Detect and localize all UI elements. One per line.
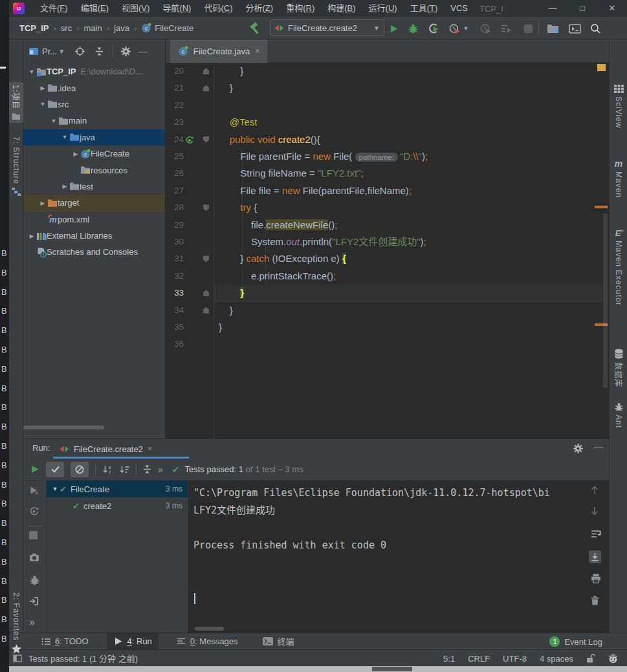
code-line-30[interactable]: 30 System.out.println("LFY2文件创建成功"); <box>166 233 609 250</box>
collapse-all-button[interactable] <box>143 465 151 473</box>
menu-item[interactable]: 导航(N) <box>156 0 197 17</box>
close-tab-icon[interactable]: × <box>255 47 259 56</box>
run-test-gutter-icon[interactable] <box>185 136 193 144</box>
line-number[interactable]: 34 <box>166 302 184 319</box>
tool-window-button-terminal[interactable]: 终端 <box>256 633 301 650</box>
menu-item[interactable]: 工具(T) <box>404 0 445 17</box>
tree-item-filecreate[interactable]: ▶cFileCreate <box>23 146 165 162</box>
test-row-create2[interactable]: ✔create23 ms <box>47 497 188 514</box>
gear-icon[interactable] <box>121 47 131 56</box>
tree-item-src[interactable]: ▼src <box>23 96 165 113</box>
breadcrumb-item[interactable]: FileCreate <box>155 23 193 33</box>
chevron-expanded-icon[interactable]: ▼ <box>27 69 36 75</box>
sort-by-duration-button[interactable] <box>119 465 129 474</box>
tool-window-button-sciview-grid[interactable]: SciView <box>610 85 627 128</box>
menu-item[interactable]: 重构(R) <box>280 0 321 17</box>
gear-icon[interactable] <box>573 444 583 453</box>
line-number[interactable]: 32 <box>166 268 184 285</box>
code-line-23[interactable]: 23 @Test <box>166 114 609 131</box>
rerun-button[interactable] <box>30 464 39 474</box>
menu-item[interactable]: 分析(Z) <box>239 0 280 17</box>
search-everywhere-icon[interactable] <box>588 21 603 36</box>
caret-position[interactable]: 5:1 <box>443 654 455 664</box>
fold-marker-icon[interactable] <box>203 68 209 74</box>
down-button[interactable] <box>591 506 599 515</box>
code-line-25[interactable]: 25 File parentFile = new File( pathname:… <box>166 148 609 165</box>
run-console[interactable]: "C:\Program Files\Eclipse Foundation\jdk… <box>188 481 586 633</box>
chevron-expanded-icon[interactable]: ▼ <box>60 134 69 140</box>
menu-item[interactable]: 运行(U) <box>362 0 404 17</box>
indent-size[interactable]: 4 spaces <box>540 654 573 664</box>
line-number[interactable]: 33 <box>166 285 184 301</box>
project-view-selector[interactable]: Pr... ▼ <box>28 47 65 56</box>
tree-item-java[interactable]: ▼java <box>23 129 165 146</box>
tool-window-button-favorites[interactable]: 2: Favorites <box>9 592 23 654</box>
breadcrumb-item[interactable]: main <box>84 23 102 33</box>
camera-button[interactable] <box>29 553 39 561</box>
debug-button[interactable] <box>405 21 421 36</box>
profiler-chevron-icon[interactable]: ▼ <box>462 21 470 36</box>
menu-item[interactable]: 视图(V) <box>115 0 156 17</box>
tool-window-button-project-folder[interactable]: 1:项目 <box>9 82 23 123</box>
hide-panel-icon[interactable]: — <box>138 46 148 56</box>
line-number[interactable]: 30 <box>166 233 184 250</box>
clear-button[interactable] <box>591 596 599 605</box>
code-line-29[interactable]: 29 file.createNewFile(); <box>166 217 609 233</box>
code-line-26[interactable]: 26 String fileName = "LFY2.txt"; <box>166 165 609 182</box>
code-line-28[interactable]: 28 try { <box>166 199 609 216</box>
menu-item[interactable]: 代码(C) <box>197 0 239 17</box>
code-line-20[interactable]: 20 } <box>166 63 609 80</box>
tool-window-button-todo[interactable]: 6: TODO <box>35 633 95 650</box>
code-line-36[interactable]: 36 <box>166 336 609 352</box>
tool-window-button-messages[interactable]: 0: Messages <box>170 633 245 650</box>
line-number[interactable]: 28 <box>166 199 184 216</box>
chevron-collapsed-icon[interactable]: ▶ <box>71 151 80 157</box>
fold-marker-icon[interactable] <box>203 136 209 143</box>
tree-item-resources[interactable]: resources <box>23 162 165 178</box>
menu-item[interactable]: VCS <box>444 0 474 17</box>
inspections-hector-icon[interactable] <box>608 654 618 664</box>
toggle-auto-test-button[interactable] <box>29 506 39 516</box>
tree-item-pomxml[interactable]: mpom.xml <box>23 211 165 228</box>
code-line-34[interactable]: 34 } <box>166 302 609 319</box>
code-line-22[interactable]: 22 <box>166 97 609 114</box>
close-button[interactable]: ✕ <box>597 0 627 17</box>
code-line-27[interactable]: 27 File file = new File(parentFile,fileN… <box>166 182 609 199</box>
more-icon[interactable]: » <box>29 616 35 628</box>
code-line-35[interactable]: 35} <box>166 319 609 336</box>
tool-window-button-maven-m[interactable]: mMaven <box>610 159 627 198</box>
locate-file-icon[interactable] <box>75 47 85 56</box>
scroll-to-end-button[interactable] <box>589 550 601 563</box>
profiler-button[interactable] <box>446 21 462 36</box>
tree-item-idea[interactable]: ▶.idea <box>23 80 165 96</box>
menu-item[interactable]: 文件(F) <box>34 0 74 17</box>
up-button[interactable] <box>591 486 599 495</box>
line-number[interactable]: 23 <box>166 114 184 131</box>
breadcrumb-item[interactable]: src <box>61 23 72 33</box>
unlocked-icon[interactable] <box>586 654 595 663</box>
tool-window-button-structure[interactable]: 7: Structure <box>9 136 23 196</box>
line-number[interactable]: 21 <box>166 80 184 96</box>
sort-alphabetically-button[interactable]: az <box>102 465 113 474</box>
line-number[interactable]: 29 <box>166 217 184 233</box>
run-button[interactable] <box>386 21 401 36</box>
line-number[interactable]: 31 <box>166 250 184 267</box>
code-line-32[interactable]: 32 e.printStackTrace(); <box>166 268 609 285</box>
menu-item[interactable]: 编辑(E) <box>74 0 115 17</box>
line-separator[interactable]: CRLF <box>468 654 490 664</box>
chevron-collapsed-icon[interactable]: ▶ <box>27 233 36 239</box>
code-line-31[interactable]: 31 } catch (IOException e) { <box>166 250 609 267</box>
minimize-button[interactable]: — <box>538 0 567 17</box>
fold-marker-icon[interactable] <box>203 307 209 314</box>
line-number[interactable]: 27 <box>166 182 184 199</box>
line-number[interactable]: 26 <box>166 165 184 182</box>
tool-window-button-database[interactable]: 数据库 <box>610 349 627 387</box>
print-button[interactable] <box>591 574 601 583</box>
tree-item-test[interactable]: ▶test <box>23 179 165 195</box>
collapse-all-icon[interactable] <box>95 47 104 56</box>
tool-window-button-maven-executor[interactable]: EmMaven Executor <box>610 228 627 306</box>
code-line-21[interactable]: 21 } <box>166 80 609 96</box>
chevron-expanded-icon[interactable]: ▼ <box>49 118 58 124</box>
chevron-collapsed-icon[interactable]: ▶ <box>38 85 47 91</box>
tool-window-button-run[interactable]: 4: Run <box>107 633 159 650</box>
